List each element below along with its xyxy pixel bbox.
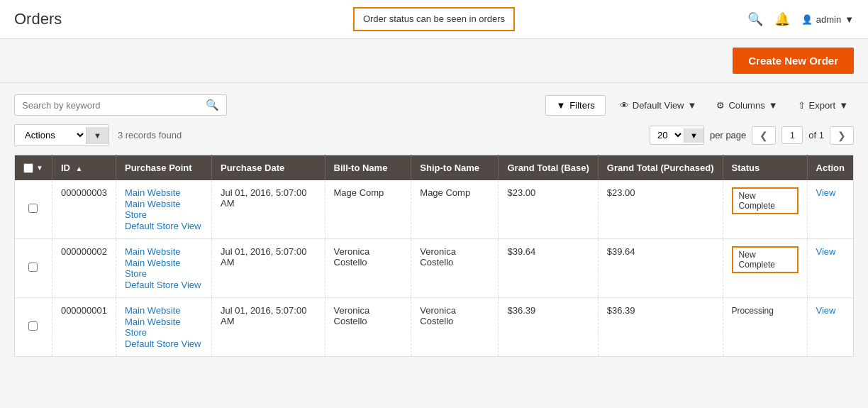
checkbox-col-dropdown[interactable]: ▼	[36, 164, 43, 172]
filters-button[interactable]: ▼ Filters	[545, 95, 605, 116]
export-label: Export	[809, 100, 836, 111]
admin-dropdown-arrow: ▼	[845, 14, 854, 25]
columns-button[interactable]: ⚙ Columns ▼	[711, 96, 783, 115]
bell-icon[interactable]: 🔔	[774, 11, 790, 27]
purchase-point-link[interactable]: Default Store View	[125, 338, 203, 349]
cell-order-id: 000000001	[52, 298, 116, 357]
create-new-order-button[interactable]: Create New Order	[733, 48, 854, 74]
purchase-point-link[interactable]: Main Website Store	[125, 258, 203, 279]
purchase-point-link[interactable]: Default Store View	[125, 221, 203, 231]
purchase-point-link[interactable]: Main Website	[125, 187, 203, 198]
purchase-point-link[interactable]: Main Website Store	[125, 199, 203, 220]
status-text: Processing	[732, 306, 774, 316]
orders-table: ▼ ID ▲ Purchase Point Purchase Date Bill…	[14, 155, 854, 357]
filters-label: Filters	[569, 100, 594, 111]
table-row: 000000003Main WebsiteMain Website StoreD…	[15, 180, 854, 239]
search-filter-bar: 🔍 ▼ Filters 👁 Default View ▼ ⚙ Columns ▼…	[14, 94, 854, 116]
cell-action: View	[807, 298, 853, 357]
cell-ship-to: Mage Comp	[411, 180, 499, 239]
admin-user-menu[interactable]: 👤 admin ▼	[801, 14, 854, 25]
cell-purchase-point: Main WebsiteMain Website StoreDefault St…	[116, 180, 211, 239]
cell-purchase-point: Main WebsiteMain Website StoreDefault St…	[116, 239, 211, 298]
actions-select-wrapper: Actions ▼	[14, 124, 109, 146]
per-page-dropdown-button[interactable]: ▼	[684, 128, 703, 143]
th-bill-to: Bill-to Name	[325, 155, 411, 181]
cell-status: Processing	[723, 298, 807, 357]
purchase-point-link[interactable]: Main Website Store	[125, 316, 203, 338]
cell-purchase-date: Jul 01, 2016, 5:07:00 AM	[211, 298, 325, 357]
cell-bill-to: Mage Comp	[325, 180, 411, 239]
view-dropdown-arrow: ▼	[688, 100, 697, 111]
cell-ship-to: Veronica Costello	[411, 298, 499, 357]
row-checkbox-cell	[15, 239, 52, 298]
purchase-point-link[interactable]: Main Website	[125, 246, 203, 257]
actions-bar: Actions ▼ 3 records found 20 ▼ per page …	[14, 124, 854, 146]
top-header: Orders Order status can be seen in order…	[0, 0, 868, 39]
cell-status: New Complete	[723, 180, 807, 239]
cell-action: View	[807, 180, 853, 239]
th-status: Status	[723, 155, 807, 181]
pagination-next-button[interactable]: ❯	[830, 126, 854, 145]
export-icon: ⇧	[798, 100, 806, 111]
th-action: Action	[807, 155, 853, 181]
gear-icon: ⚙	[716, 100, 725, 111]
actions-dropdown-button[interactable]: ▼	[86, 127, 108, 144]
eye-icon: 👁	[620, 100, 629, 111]
th-grand-total-purchased: Grand Total (Purchased)	[598, 155, 723, 181]
cell-status: New Complete	[723, 239, 807, 298]
row-checkbox-2[interactable]	[28, 321, 38, 331]
th-purchase-point: Purchase Point	[116, 155, 211, 181]
cell-grand-total-base: $23.00	[499, 180, 598, 239]
table-body: 000000003Main WebsiteMain Website StoreD…	[15, 180, 854, 357]
default-view-label: Default View	[633, 100, 684, 111]
per-page-label: per page	[710, 130, 746, 140]
pagination-current-page: 1	[781, 126, 803, 144]
view-link[interactable]: View	[816, 246, 836, 257]
cell-order-id: 000000003	[52, 180, 116, 239]
columns-dropdown-arrow: ▼	[769, 100, 778, 111]
th-purchase-date: Purchase Date	[211, 155, 325, 181]
table-header-row: ▼ ID ▲ Purchase Point Purchase Date Bill…	[15, 155, 854, 181]
cell-ship-to: Veronica Costello	[411, 239, 499, 298]
funnel-icon: ▼	[556, 100, 565, 111]
cell-grand-total-base: $39.64	[499, 239, 598, 298]
columns-label: Columns	[728, 100, 764, 111]
cell-grand-total-purchased: $36.39	[598, 298, 723, 357]
view-link[interactable]: View	[816, 187, 836, 198]
cell-order-id: 000000002	[52, 239, 116, 298]
purchase-point-link[interactable]: Default Store View	[125, 280, 203, 290]
cell-purchase-point: Main WebsiteMain Website StoreDefault St…	[116, 298, 211, 357]
th-grand-total-base: Grand Total (Base)	[499, 155, 598, 181]
row-checkbox-0[interactable]	[28, 204, 38, 213]
th-ship-to: Ship-to Name	[411, 155, 499, 181]
pagination-prev-button[interactable]: ❮	[752, 126, 776, 145]
th-checkbox: ▼	[15, 155, 52, 181]
default-view-button[interactable]: 👁 Default View ▼	[614, 96, 703, 115]
purchase-point-link[interactable]: Main Website	[125, 305, 203, 316]
cell-bill-to: Veronica Costello	[325, 239, 411, 298]
status-badge: New Complete	[732, 187, 799, 214]
select-all-checkbox[interactable]	[23, 163, 33, 173]
per-page-select[interactable]: 20	[650, 126, 684, 144]
row-checkbox-cell	[15, 180, 52, 239]
row-checkbox-cell	[15, 298, 52, 357]
view-link[interactable]: View	[816, 305, 836, 316]
status-badge: New Complete	[732, 246, 799, 273]
search-wrapper: 🔍	[14, 94, 227, 116]
search-icon[interactable]: 🔍	[747, 11, 763, 27]
cell-grand-total-base: $36.39	[499, 298, 598, 357]
search-submit-button[interactable]: 🔍	[206, 99, 219, 111]
cell-action: View	[807, 239, 853, 298]
cell-grand-total-purchased: $23.00	[598, 180, 723, 239]
export-button[interactable]: ⇧ Export ▼	[792, 96, 854, 115]
search-input[interactable]	[22, 100, 206, 111]
table-row: 000000002Main WebsiteMain Website StoreD…	[15, 239, 854, 298]
actions-select[interactable]: Actions	[15, 125, 86, 145]
row-checkbox-1[interactable]	[28, 263, 38, 272]
pagination-of-label: of 1	[808, 130, 824, 140]
page-title: Orders	[14, 10, 62, 28]
id-sort-arrow: ▲	[76, 165, 83, 172]
table-row: 000000001Main WebsiteMain Website StoreD…	[15, 298, 854, 357]
export-dropdown-arrow: ▼	[839, 100, 848, 111]
th-id: ID ▲	[52, 155, 116, 181]
